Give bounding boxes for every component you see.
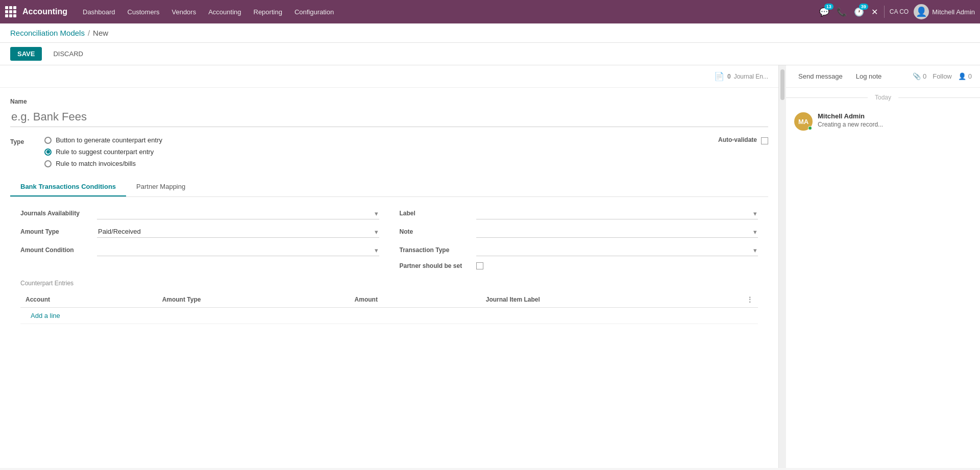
- chatter-divider: Today: [786, 88, 980, 107]
- chatter-toolbar: Send message Log note 📎 0 Follow 👤 0: [786, 65, 980, 88]
- chatter-message-text: Creating a new record...: [818, 121, 972, 128]
- attachment-count[interactable]: 📎 0: [913, 72, 926, 80]
- radio-rule-suggest-icon: [44, 149, 52, 156]
- amount-type-row: Amount Type Paid/Received: [20, 226, 379, 238]
- radio-button-icon: [44, 137, 52, 144]
- note-label: Note: [400, 228, 471, 235]
- transaction-type-select-wrap: [476, 244, 758, 256]
- online-indicator: [808, 126, 812, 130]
- tab-bank-transactions[interactable]: Bank Transactions Conditions: [10, 178, 126, 196]
- chatter-message: MA Mitchell Admin Creating a new record.…: [786, 107, 980, 136]
- scrollbar-thumb[interactable]: [780, 69, 785, 100]
- menu-accounting[interactable]: Accounting: [203, 5, 246, 19]
- journals-availability-row: Journals Availability: [20, 207, 379, 219]
- label-select[interactable]: [476, 207, 758, 219]
- discard-button[interactable]: DISCARD: [46, 47, 90, 61]
- followers-count[interactable]: 👤 0: [958, 72, 972, 80]
- label-row: Label: [400, 207, 758, 219]
- follow-label: Follow: [933, 72, 952, 80]
- type-option-button[interactable]: Button to generate counterpart entry: [44, 136, 162, 144]
- amount-condition-select-wrap: [97, 244, 379, 256]
- counterpart-title: Counterpart Entries: [20, 280, 758, 287]
- chatter-avatar: MA: [794, 112, 813, 131]
- counterpart-entries-section: Counterpart Entries Account Amount Type …: [20, 280, 758, 324]
- amount-type-select[interactable]: Paid/Received: [97, 226, 379, 238]
- amount-type-label: Amount Type: [20, 228, 92, 235]
- amount-type-select-wrap: Paid/Received: [97, 226, 379, 238]
- type-option-rule-match-label: Rule to match invoices/bills: [56, 160, 136, 167]
- breadcrumb-separator: /: [88, 29, 90, 37]
- form-body: Name Type Button to generate counterpart…: [0, 88, 778, 344]
- form-scrollbar[interactable]: [779, 65, 786, 468]
- journal-entry-label: Journal En...: [734, 73, 768, 80]
- message-badge: 13: [824, 4, 834, 10]
- type-section: Type Button to generate counterpart entr…: [10, 136, 768, 167]
- auto-validate-label: Auto-validate: [718, 136, 757, 143]
- company-label: CA CO: [890, 8, 909, 15]
- transaction-type-select[interactable]: [476, 244, 758, 256]
- journals-availability-select-wrap: [97, 207, 379, 219]
- paperclip-icon: 📎: [913, 72, 921, 80]
- breadcrumb-parent[interactable]: Reconciliation Models: [10, 29, 85, 37]
- form-panel: 📄 0 Journal En... Name Type: [0, 65, 779, 468]
- type-option-button-label: Button to generate counterpart entry: [56, 136, 162, 144]
- col-amount: Amount: [350, 292, 481, 308]
- form-toolbar: SAVE DISCARD: [0, 43, 980, 65]
- amount-condition-select[interactable]: [97, 244, 379, 256]
- col-account: Account: [20, 292, 157, 308]
- chatter-right: 📎 0 Follow 👤 0: [913, 72, 972, 80]
- journal-entry-info[interactable]: 📄 0 Journal En...: [714, 71, 768, 81]
- menu-dashboard[interactable]: Dashboard: [78, 5, 120, 19]
- left-conditions: Journals Availability Amount Type: [20, 207, 379, 269]
- top-navigation: Accounting Dashboard Customers Vendors A…: [0, 0, 980, 23]
- menu-vendors[interactable]: Vendors: [166, 5, 201, 19]
- user-menu[interactable]: 👤 Mitchell Admin: [914, 4, 975, 19]
- user-avatar: 👤: [914, 4, 929, 19]
- menu-reporting[interactable]: Reporting: [249, 5, 287, 19]
- app-logo[interactable]: Accounting: [5, 6, 67, 17]
- note-select-wrap: [476, 226, 758, 238]
- name-field-group: Name: [10, 98, 768, 127]
- radio-rule-match-icon: [44, 160, 52, 167]
- messages-icon[interactable]: 💬 13: [818, 6, 830, 18]
- chatter-author: Mitchell Admin: [818, 112, 972, 120]
- journals-availability-select[interactable]: [97, 207, 379, 219]
- menu-configuration[interactable]: Configuration: [289, 5, 339, 19]
- label-label: Label: [400, 210, 471, 217]
- tab-partner-mapping[interactable]: Partner Mapping: [126, 178, 195, 196]
- transaction-type-label: Transaction Type: [400, 246, 471, 254]
- partner-should-be-set-checkbox[interactable]: [476, 262, 483, 269]
- attachment-count-value: 0: [923, 72, 926, 80]
- amount-condition-row: Amount Condition: [20, 244, 379, 256]
- type-option-rule-match[interactable]: Rule to match invoices/bills: [44, 160, 162, 167]
- name-input[interactable]: [10, 107, 768, 127]
- chatter-message-body: Mitchell Admin Creating a new record...: [818, 112, 972, 128]
- type-label: Type: [10, 136, 24, 145]
- follow-button[interactable]: Follow: [933, 72, 952, 80]
- clock-icon[interactable]: 🕐 39: [853, 6, 865, 18]
- phone-icon[interactable]: 📞: [836, 6, 848, 18]
- log-note-button[interactable]: Log note: [852, 70, 886, 82]
- chatter-panel: Send message Log note 📎 0 Follow 👤 0 Tod…: [786, 65, 980, 468]
- col-journal-item-label: Journal Item Label ⋮: [481, 292, 758, 308]
- note-select[interactable]: [476, 226, 758, 238]
- save-button[interactable]: SAVE: [10, 47, 42, 61]
- nav-separator: [884, 6, 885, 18]
- add-line-button[interactable]: Add a line: [26, 308, 65, 324]
- journal-entry-icon: 📄: [714, 71, 724, 81]
- name-label: Name: [10, 98, 768, 105]
- menu-customers[interactable]: Customers: [122, 5, 165, 19]
- main-menu: Dashboard Customers Vendors Accounting R…: [78, 5, 818, 19]
- breadcrumb: Reconciliation Models / New: [0, 23, 980, 43]
- note-row: Note: [400, 226, 758, 238]
- counterpart-table: Account Amount Type Amount Journal Item …: [20, 292, 758, 324]
- send-message-button[interactable]: Send message: [794, 70, 847, 82]
- journals-availability-label: Journals Availability: [20, 210, 92, 217]
- close-icon[interactable]: ✕: [870, 6, 879, 18]
- amount-condition-label: Amount Condition: [20, 246, 92, 254]
- transaction-type-row: Transaction Type: [400, 244, 758, 256]
- partner-should-be-set-label: Partner should be set: [400, 262, 471, 269]
- type-option-rule-suggest[interactable]: Rule to suggest counterpart entry: [44, 148, 162, 156]
- auto-validate-checkbox[interactable]: [761, 137, 768, 144]
- table-more-icon[interactable]: ⋮: [747, 296, 753, 303]
